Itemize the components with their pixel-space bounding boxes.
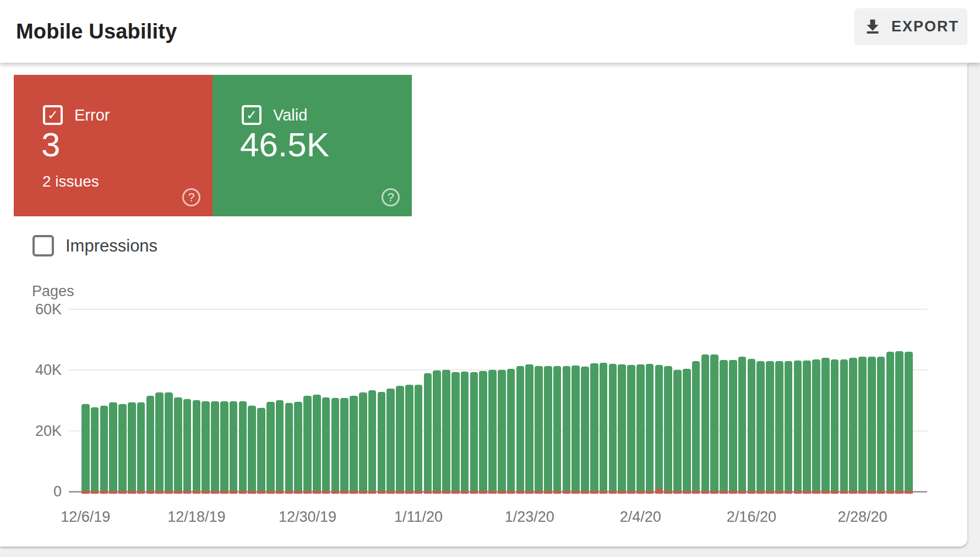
chart-bar[interactable] bbox=[415, 385, 423, 494]
chart-bar[interactable] bbox=[535, 366, 543, 494]
chart-bar[interactable] bbox=[609, 364, 617, 494]
chart-bar[interactable] bbox=[840, 359, 848, 494]
chart-bar[interactable] bbox=[155, 392, 164, 494]
chart-bar[interactable] bbox=[81, 404, 90, 494]
chart-bar[interactable] bbox=[553, 366, 562, 494]
chart-bar[interactable] bbox=[239, 401, 247, 494]
chart-bar[interactable] bbox=[600, 363, 608, 494]
export-button[interactable]: EXPORT bbox=[854, 8, 967, 45]
chart-bar[interactable] bbox=[396, 386, 404, 494]
chart-bar[interactable] bbox=[710, 354, 718, 494]
chart-bar[interactable] bbox=[636, 364, 645, 494]
chart-bar[interactable] bbox=[433, 370, 441, 494]
chart-bar[interactable] bbox=[868, 357, 876, 494]
chart-bar[interactable] bbox=[886, 352, 895, 494]
chart-bar[interactable] bbox=[683, 369, 691, 494]
download-icon bbox=[863, 17, 883, 37]
chart-bar[interactable] bbox=[563, 366, 571, 494]
chart-bar[interactable] bbox=[424, 373, 432, 494]
chart-bar[interactable] bbox=[257, 408, 265, 494]
chart-bar[interactable] bbox=[146, 396, 155, 494]
chart-bar[interactable] bbox=[248, 406, 256, 494]
x-tick-label: 12/30/19 bbox=[279, 509, 336, 526]
chart-bar[interactable] bbox=[646, 364, 654, 494]
chart-bar[interactable] bbox=[516, 366, 525, 494]
chart-bar[interactable] bbox=[266, 402, 275, 494]
chart-bar[interactable] bbox=[701, 354, 710, 494]
chart-bar[interactable] bbox=[451, 372, 460, 494]
chart-bar[interactable] bbox=[794, 361, 802, 494]
chart-bar[interactable] bbox=[313, 395, 321, 494]
chart-bar[interactable] bbox=[673, 370, 682, 494]
chart-bar[interactable] bbox=[766, 361, 774, 494]
chart-bar[interactable] bbox=[118, 404, 127, 494]
chart-bar[interactable] bbox=[895, 351, 903, 494]
chart-bar[interactable] bbox=[442, 370, 450, 494]
chart-bar[interactable] bbox=[368, 390, 377, 494]
y-tick-label: 20K bbox=[18, 422, 62, 439]
chart-bar[interactable] bbox=[738, 357, 747, 494]
chart-bar[interactable] bbox=[202, 401, 210, 494]
chart-bar[interactable] bbox=[174, 397, 182, 494]
chart-bar[interactable] bbox=[498, 370, 506, 494]
chart-bar[interactable] bbox=[748, 359, 756, 494]
chart-bar[interactable] bbox=[858, 357, 867, 494]
chart-bar[interactable] bbox=[488, 370, 497, 494]
chart-bar[interactable] bbox=[544, 366, 552, 494]
chart-bar[interactable] bbox=[340, 398, 349, 494]
chart-bar[interactable] bbox=[664, 366, 672, 494]
chart-bar[interactable] bbox=[386, 389, 395, 494]
chart-bar[interactable] bbox=[461, 372, 469, 494]
export-button-label: EXPORT bbox=[891, 18, 959, 35]
chart-bar[interactable] bbox=[655, 365, 663, 494]
chart-bar[interactable] bbox=[470, 372, 478, 494]
chart-bar[interactable] bbox=[581, 367, 589, 494]
x-tick-label: 1/23/20 bbox=[505, 509, 554, 526]
chart-bar[interactable] bbox=[183, 399, 192, 494]
chart-bar[interactable] bbox=[211, 401, 219, 494]
chart-bar[interactable] bbox=[525, 364, 533, 494]
chart-bar[interactable] bbox=[905, 352, 913, 494]
chart-bar[interactable] bbox=[571, 365, 580, 494]
chart-bar[interactable] bbox=[405, 385, 413, 494]
chart-bar[interactable] bbox=[137, 402, 145, 494]
chart-bar[interactable] bbox=[618, 364, 626, 494]
y-tick-label: 40K bbox=[18, 362, 62, 379]
chart-bar[interactable] bbox=[590, 363, 598, 494]
y-tick-label: 60K bbox=[18, 301, 62, 318]
chart-bar[interactable] bbox=[193, 400, 201, 494]
chart-bar[interactable] bbox=[507, 369, 515, 494]
chart-bar[interactable] bbox=[812, 359, 820, 494]
pages-bar-chart: 020K40K60K12/6/1912/18/1912/30/191/11/20… bbox=[0, 0, 980, 557]
chart-bar[interactable] bbox=[359, 392, 367, 494]
chart-bar[interactable] bbox=[479, 371, 487, 494]
chart-bar[interactable] bbox=[285, 403, 293, 494]
chart-bar[interactable] bbox=[331, 398, 340, 494]
chart-bar[interactable] bbox=[821, 358, 830, 494]
chart-bar[interactable] bbox=[276, 400, 284, 494]
chart-bar[interactable] bbox=[378, 392, 386, 494]
chart-bar[interactable] bbox=[756, 361, 765, 494]
chart-bar[interactable] bbox=[785, 361, 793, 494]
chart-bar[interactable] bbox=[720, 360, 728, 494]
chart-bar[interactable] bbox=[230, 401, 238, 494]
chart-bar[interactable] bbox=[692, 361, 700, 494]
chart-bar[interactable] bbox=[627, 365, 635, 494]
chart-bar[interactable] bbox=[775, 361, 783, 494]
chart-bar[interactable] bbox=[350, 396, 358, 494]
chart-bar[interactable] bbox=[877, 357, 885, 494]
chart-bar[interactable] bbox=[100, 406, 108, 494]
chart-bar[interactable] bbox=[729, 360, 737, 494]
chart-bar[interactable] bbox=[109, 402, 117, 494]
chart-bar[interactable] bbox=[322, 397, 330, 494]
chart-bar[interactable] bbox=[303, 396, 312, 494]
page-title: Mobile Usability bbox=[16, 0, 177, 63]
chart-bar[interactable] bbox=[849, 358, 857, 494]
chart-bar[interactable] bbox=[803, 361, 811, 494]
chart-bar[interactable] bbox=[91, 407, 99, 494]
chart-bar[interactable] bbox=[165, 392, 173, 494]
chart-bar[interactable] bbox=[294, 402, 302, 494]
chart-bar[interactable] bbox=[220, 401, 228, 494]
chart-bar[interactable] bbox=[831, 359, 839, 494]
chart-bar[interactable] bbox=[128, 402, 136, 494]
